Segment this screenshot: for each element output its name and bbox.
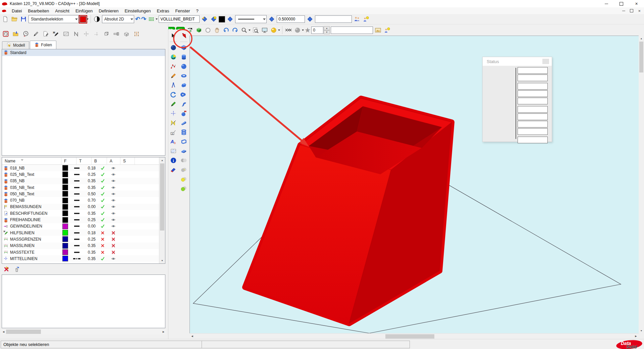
layer-active-check-icon[interactable]	[97, 165, 108, 171]
layer-visible-eye-icon[interactable]	[108, 197, 119, 203]
display-mode-button[interactable]	[93, 15, 101, 23]
status-field-7[interactable]	[518, 113, 548, 120]
mdi-close-button[interactable]: ×	[638, 8, 641, 13]
tool-text-ab[interactable]: Ab	[169, 137, 178, 146]
layer-color-swatch[interactable]	[59, 210, 71, 216]
column-header-s[interactable]: S	[120, 157, 135, 164]
coordinate-mode-dropdown[interactable]: Absolut 2D	[102, 15, 134, 23]
scroll-down-icon[interactable]: ▼	[159, 258, 165, 263]
layer-row-bemassungen[interactable]: BEMASSUNGEN0.00	[2, 204, 165, 210]
status-field-3[interactable]	[518, 83, 548, 90]
layer-row-050_nb_text[interactable]: 050_NB_Text0.50	[2, 191, 165, 197]
dropdown-arrow-icon[interactable]	[87, 18, 89, 20]
layer-hidden-icon[interactable]	[108, 230, 119, 236]
spinner-value[interactable]: 0	[311, 27, 323, 34]
layer-linewidth[interactable]: 0.35	[83, 255, 97, 262]
side-tool-page-pencil[interactable]	[42, 30, 50, 38]
menu-einstellungen[interactable]: Einstellungen	[121, 8, 154, 13]
tool-label-a[interactable]: A	[169, 128, 178, 137]
tool-sphere-teal[interactable]	[169, 53, 178, 61]
layer-row-beschriftungen[interactable]: BESCHRIFTUNGEN0.35	[2, 210, 165, 216]
column-header-b[interactable]: B	[92, 157, 107, 164]
color-swatch[interactable]	[219, 16, 225, 22]
render-sphere-icon[interactable]	[270, 26, 278, 34]
layer-color-swatch[interactable]	[59, 171, 71, 178]
pan-button[interactable]	[213, 26, 221, 34]
layer-hidden-icon[interactable]	[108, 249, 119, 255]
layer-visible-eye-icon[interactable]	[108, 204, 119, 210]
table-vertical-scrollbar[interactable]: ▲ ▼	[159, 157, 165, 263]
render-button[interactable]	[270, 26, 280, 34]
tool-cylinder-blue[interactable]	[179, 53, 188, 61]
chevron-down-icon[interactable]	[130, 18, 133, 20]
menu-bearbeiten[interactable]: Bearbeiten	[25, 8, 52, 13]
layer-color-swatch[interactable]	[59, 191, 71, 197]
side-tool-h-pencil-black[interactable]: H	[52, 30, 60, 38]
layer-color-swatch[interactable]	[59, 249, 71, 255]
tool-wedge-blue[interactable]	[179, 118, 188, 127]
tool-arrow-red[interactable]	[179, 32, 188, 40]
layer-visible-eye-icon[interactable]	[108, 171, 119, 178]
layer-visible-eye-icon[interactable]	[108, 216, 119, 223]
undo-button[interactable]: ↶	[135, 16, 140, 22]
layer-linewidth[interactable]: 0.35	[83, 178, 97, 184]
menu-datei[interactable]: Datei	[9, 8, 25, 13]
tool-sphere-gray-yellow[interactable]	[179, 165, 188, 174]
chevron-down-icon[interactable]	[263, 18, 266, 20]
layer-active-check-icon[interactable]	[97, 178, 108, 184]
layer-linestyle[interactable]	[71, 223, 83, 230]
layer-active-check-icon[interactable]	[97, 171, 108, 178]
layer-linestyle[interactable]	[71, 204, 83, 210]
value-spinner[interactable]: 0▲▼	[311, 26, 330, 34]
save-button[interactable]	[19, 15, 28, 23]
tool-polyline-red[interactable]	[169, 62, 178, 71]
side-tool-bolt-side[interactable]	[112, 30, 121, 38]
layer-inactive-cross-icon[interactable]	[97, 230, 108, 236]
layer-row-035_nb[interactable]: 035_NB0.35	[2, 178, 165, 184]
close-button[interactable]: ×	[629, 0, 644, 7]
layer-visible-eye-icon[interactable]	[108, 191, 119, 197]
tool-dim-n-yellow[interactable]	[169, 118, 178, 127]
layer-linewidth[interactable]: 0.50	[83, 191, 97, 197]
column-header-name[interactable]: Name	[2, 157, 61, 164]
line-color-apply-icon[interactable]	[226, 15, 234, 23]
zoom-extents-button[interactable]	[252, 26, 260, 34]
linetype-apply-icon[interactable]	[201, 15, 209, 23]
tool-plate-blue[interactable]	[179, 147, 188, 155]
side-tool-clock[interactable]	[21, 30, 30, 38]
layer-linestyle[interactable]	[71, 191, 83, 197]
layer-linestyle[interactable]	[71, 249, 83, 255]
orbit-left-button[interactable]	[222, 26, 230, 34]
tool-sphere-green[interactable]	[179, 184, 188, 193]
layer-active-check-icon[interactable]	[97, 210, 108, 216]
layer-color-swatch[interactable]	[59, 243, 71, 249]
spinner-up-icon[interactable]: ▲	[324, 26, 330, 30]
layer-row-masstexte[interactable]: 10MASSTEXTE0.35	[2, 249, 165, 255]
side-tool-n-lines[interactable]	[72, 30, 80, 38]
scroll-up-icon[interactable]: ▲	[639, 36, 644, 41]
scroll-left-icon[interactable]: ◀	[1, 329, 6, 335]
side-tool-recycle-red[interactable]	[1, 30, 10, 38]
status-field-10[interactable]	[518, 137, 548, 143]
tool-spheres-gray[interactable]	[179, 156, 188, 165]
menu-extras[interactable]: Extras	[154, 8, 172, 13]
tool-sphere-blue[interactable]	[179, 62, 188, 71]
layer-color-swatch[interactable]	[59, 178, 71, 184]
side-tool-grid-dots-orange[interactable]	[132, 30, 141, 38]
zoom-button[interactable]	[240, 26, 251, 34]
toolbar2-input[interactable]	[331, 27, 373, 34]
tool-rotate-blue[interactable]	[169, 90, 178, 99]
status-panel-close-button[interactable]	[542, 59, 549, 64]
selection-color-button[interactable]	[80, 16, 89, 22]
menu-ansicht[interactable]: Ansicht	[52, 8, 72, 13]
viewport-horizontal-scrollbar[interactable]: ◀ ▶	[190, 333, 639, 339]
layer-linewidth[interactable]: 0.25	[83, 236, 97, 242]
layer-active-check-icon[interactable]	[97, 191, 108, 197]
dotgrid-green-icon[interactable]	[147, 15, 155, 23]
layer-active-check-icon[interactable]	[97, 184, 108, 191]
light-button[interactable]	[204, 26, 212, 34]
layer-linewidth[interactable]: 0.35	[83, 184, 97, 191]
layer-linestyle[interactable]	[71, 171, 83, 178]
side-tool-cross-dash[interactable]	[82, 30, 91, 38]
layer-active-check-icon[interactable]	[97, 204, 108, 210]
